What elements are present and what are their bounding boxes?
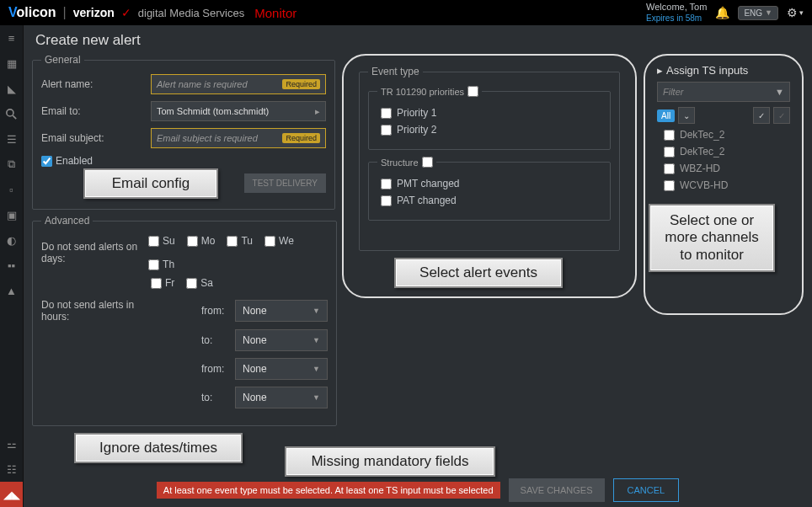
callout-select-events: Select alert events (394, 258, 563, 288)
expires-text[interactable]: Expires in 58m (646, 13, 707, 24)
sidebar-search-icon[interactable] (0, 101, 23, 126)
sidebar-list-icon[interactable]: ☰ (0, 126, 23, 152)
channel-list: DekTec_2 DekTec_2 WBZ-HD WCVB-HD (660, 129, 790, 191)
language-selector[interactable]: ENG▼ (738, 6, 778, 20)
from-select-1[interactable]: None▼ (235, 300, 328, 322)
page-title: Create new alert (32, 32, 804, 49)
callout-missing-fields: Missing mandatory fields (285, 446, 495, 477)
callout-ignore-dates: Ignore dates/times (74, 433, 243, 463)
channel-checkbox[interactable] (664, 180, 675, 191)
app-header: VVoliconolicon | verizon✓ digital Media … (0, 0, 812, 25)
uncheck-all-button[interactable]: ✓ (773, 107, 790, 124)
required-badge: Required (282, 79, 320, 89)
to-label-2: to: (201, 392, 235, 403)
event-type-legend: Event type (368, 66, 423, 77)
day-tu[interactable]: Tu (227, 235, 253, 247)
collapse-chip[interactable]: ⌄ (678, 107, 695, 124)
tr-all-checkbox[interactable] (467, 86, 478, 97)
advanced-fieldset: Advanced Do not send alerts on days: Su … (32, 215, 337, 426)
test-delivery-button[interactable]: TEST DELIVERY (244, 173, 326, 193)
sidebar-bell-icon[interactable]: ▲ (0, 278, 23, 303)
chevron-right-icon: ▸ (315, 106, 320, 117)
pat-checkbox[interactable] (381, 195, 392, 206)
from-label-1: from: (201, 305, 235, 317)
sidebar-dash-icon[interactable]: ▣ (0, 202, 23, 227)
callout-email-config: Email config (83, 168, 218, 199)
sidebar-circle-icon[interactable]: ◐ (0, 227, 23, 253)
cancel-button[interactable]: CANCEL (613, 478, 680, 502)
day-sa[interactable]: Sa (186, 277, 213, 289)
monitor-label: Monitor (254, 6, 296, 20)
day-fr[interactable]: Fr (151, 277, 174, 289)
chevron-down-icon: ▼ (313, 307, 320, 315)
svg-line-1 (13, 115, 16, 119)
sidebar-menu-icon[interactable]: ≡ (0, 25, 23, 51)
logo-volicon: VVoliconolicon (8, 5, 56, 20)
general-legend: General (41, 54, 84, 66)
structure-fieldset: Structure PMT changed PAT changed (368, 157, 611, 221)
sidebar-monitor-icon[interactable]: ⧉ (0, 152, 23, 177)
welcome-text: Welcome, Tom (646, 2, 707, 13)
sidebar-apps-icon[interactable]: ▪▪ (0, 253, 23, 278)
no-send-hours-label: Do not send alerts in hours: (41, 299, 151, 323)
advanced-legend: Advanced (41, 215, 93, 227)
email-to-label: Email to: (41, 105, 142, 117)
sidebar-bookmark-icon[interactable]: ◣ (0, 76, 23, 101)
sidebar-grid-icon[interactable]: ▦ (0, 51, 23, 76)
svg-point-0 (7, 109, 13, 115)
no-send-days-label: Do not send alerts on days: (41, 241, 148, 264)
sidebar-doc-icon[interactable]: ▫ (0, 177, 23, 202)
structure-legend: Structure (377, 157, 436, 168)
day-we[interactable]: We (264, 235, 294, 247)
bell-icon[interactable]: 🔔 (715, 6, 729, 19)
priority2-checkbox[interactable] (381, 125, 392, 136)
dms-label: digital Media Services (138, 7, 244, 19)
settings-gear-icon[interactable]: ⚙▾ (787, 6, 804, 19)
alert-name-label: Alert name: (41, 78, 142, 90)
structure-all-checkbox[interactable] (422, 157, 433, 168)
logo-verizon: verizon (73, 6, 115, 19)
tr-priorities-fieldset: TR 101290 priorities Priority 1 Priority… (368, 86, 611, 150)
channel-checkbox[interactable] (664, 163, 675, 174)
chevron-right-icon: ▸ (657, 64, 663, 77)
sidebar-alert-icon[interactable]: ◢◣ (0, 482, 23, 507)
divider: | (63, 5, 67, 20)
channel-checkbox[interactable] (664, 147, 675, 157)
email-subject-input[interactable]: Email subject is required Required (151, 128, 326, 148)
channel-checkbox[interactable] (664, 130, 675, 141)
enabled-checkbox[interactable]: Enabled (41, 155, 93, 167)
day-th[interactable]: Th (148, 259, 174, 270)
sidebar-tune-icon[interactable]: ⚍ (0, 431, 23, 456)
event-type-box: Event type TR 101290 priorities Priority… (342, 54, 637, 298)
day-su[interactable]: Su (148, 235, 175, 247)
pmt-checkbox[interactable] (381, 179, 392, 189)
save-changes-button[interactable]: SAVE CHANGES (509, 478, 605, 502)
to-label-1: to: (201, 334, 235, 346)
email-to-select[interactable]: Tom Schmidt (tom.schmidt) ▸ (151, 101, 326, 121)
chevron-down-icon: ▼ (313, 393, 320, 402)
general-fieldset: General Alert name: Alert name is requir… (32, 54, 335, 210)
to-select-1[interactable]: None▼ (235, 329, 328, 351)
check-all-button[interactable]: ✓ (753, 107, 770, 124)
tr-priorities-legend: TR 101290 priorities (377, 86, 482, 97)
verizon-check-icon: ✓ (121, 6, 131, 19)
assign-inputs-box: ▸Assign TS inputs Filter ▼ All ⌄ ✓ ✓ (644, 54, 804, 315)
all-badge[interactable]: All (657, 109, 675, 122)
alert-name-input[interactable]: Alert name is required Required (151, 74, 326, 94)
left-sidebar: ≡ ▦ ◣ ☰ ⧉ ▫ ▣ ◐ ▪▪ ▲ ⚍ ☷ ◢◣ (0, 25, 24, 507)
from-select-2[interactable]: None▼ (235, 358, 328, 380)
required-badge: Required (282, 133, 320, 143)
to-select-2[interactable]: None▼ (235, 387, 328, 408)
from-label-2: from: (201, 363, 235, 375)
sidebar-chart-icon[interactable]: ☷ (0, 456, 23, 482)
chevron-down-icon: ▼ (313, 365, 320, 373)
priority1-checkbox[interactable] (381, 108, 392, 119)
error-message: At least one event type must be selected… (157, 482, 500, 499)
filter-input[interactable]: Filter ▼ (657, 82, 790, 102)
footer-bar: At least one event type must be selected… (24, 478, 812, 502)
day-mo[interactable]: Mo (187, 235, 216, 247)
welcome-block: Welcome, Tom Expires in 58m (646, 2, 707, 23)
callout-select-channels: Select one or more channels to monitor (649, 204, 775, 272)
chevron-down-icon: ▼ (313, 336, 320, 344)
email-subject-label: Email subject: (41, 132, 142, 144)
